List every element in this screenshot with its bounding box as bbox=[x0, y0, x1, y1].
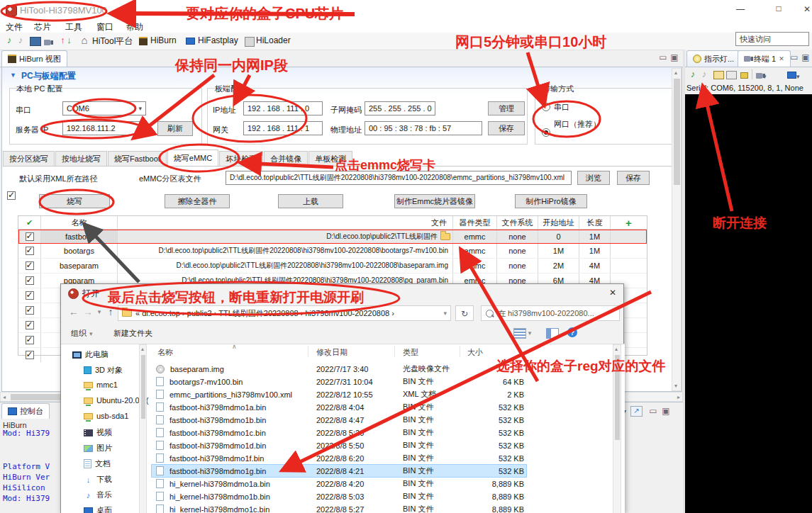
breadcrumb[interactable]: « dl.ecoo.top › public2 › TTL线刷固件2022080… bbox=[118, 305, 451, 321]
disconnect-icon[interactable]: ♪ bbox=[16, 35, 26, 45]
sidebar-item-usb-sda1[interactable]: usb-sda1 bbox=[84, 412, 128, 420]
sidebar-scrollbar[interactable]: ▴ bbox=[139, 344, 147, 513]
file-row[interactable]: fastboot-hi3798mdmo1a.bin2022/8/8 4:04BI… bbox=[152, 401, 611, 413]
toolbar-hiburn-label[interactable]: HiBurn bbox=[150, 35, 177, 45]
col-name[interactable]: 名称 bbox=[41, 216, 118, 229]
row-checkbox[interactable] bbox=[26, 336, 34, 344]
minimize-button[interactable]: — bbox=[732, 4, 749, 14]
close-button[interactable]: ✕ bbox=[799, 4, 812, 14]
add-row-icon[interactable]: + bbox=[611, 216, 647, 229]
tab-badblock-check[interactable]: 坏块检测 bbox=[219, 151, 263, 166]
row-checkbox[interactable] bbox=[26, 232, 34, 241]
server-ip-select[interactable]: 192.168.111.2 ▾ bbox=[62, 121, 146, 135]
tab-indicator-light[interactable]: 指示灯... bbox=[686, 50, 740, 67]
file-row[interactable]: hi_kernel-hi3798mdmo1b.bin2022/8/8 5:03B… bbox=[152, 490, 611, 502]
section-collapse-icon[interactable]: ▼ bbox=[10, 72, 16, 79]
row-checkbox[interactable] bbox=[26, 247, 34, 255]
view-vertical-scrollbar[interactable]: ▴ ▾ bbox=[672, 68, 682, 391]
refresh-icon[interactable]: ↻ bbox=[455, 305, 474, 321]
sidebar-item-mmc1[interactable]: mmc1 bbox=[84, 380, 118, 389]
col-start[interactable]: 开始地址 bbox=[538, 216, 579, 229]
view-mode-icon[interactable] bbox=[513, 328, 526, 339]
terminal-plug-dd-icon[interactable]: ▾ bbox=[756, 71, 767, 81]
help-icon[interactable]: ? bbox=[567, 327, 577, 337]
tab-hiburn-view[interactable]: HiBurn 视图 bbox=[1, 50, 67, 67]
back-icon[interactable]: ← bbox=[68, 306, 79, 317]
col-header-size[interactable]: 大小 bbox=[467, 347, 483, 358]
terminal-copy-icon[interactable] bbox=[726, 71, 737, 79]
file-row[interactable]: fastboot-hi3798mdmo1d.bin2022/8/8 5:50BI… bbox=[152, 439, 611, 451]
toolbar-hiloader-label[interactable]: HiLoader bbox=[256, 35, 291, 45]
hiloader-icon[interactable] bbox=[245, 37, 255, 47]
forward-icon[interactable]: → bbox=[82, 306, 94, 317]
download-arrow-icon[interactable]: ↓ bbox=[66, 35, 72, 45]
quick-access-input[interactable]: 快速访问 bbox=[735, 32, 809, 46]
serial-radio[interactable] bbox=[542, 103, 550, 111]
browse-button[interactable]: 浏览 bbox=[577, 171, 610, 185]
terminal-disconnect-icon[interactable]: ♪ bbox=[699, 69, 709, 79]
hifastplay-icon[interactable] bbox=[186, 37, 195, 47]
erase-all-button[interactable]: 擦除全器件 bbox=[165, 194, 230, 208]
file-row[interactable]: fastboot-hi3798mdmo1f.bin2022/8/8 6:20BI… bbox=[152, 452, 611, 464]
menu-file[interactable]: 文件 bbox=[6, 21, 23, 33]
new-folder-button[interactable]: 新建文件夹 bbox=[113, 328, 152, 339]
tab-burn-fastboot[interactable]: 烧写Fastboot bbox=[108, 151, 167, 166]
tab-burn-address[interactable]: 按地址烧写 bbox=[55, 151, 107, 166]
home-icon[interactable]: ⌂ bbox=[79, 34, 89, 46]
file-row[interactable]: fastboot-hi3798mdmo1c.bin2022/8/8 5:20BI… bbox=[152, 427, 611, 439]
upload-arrow-icon[interactable]: ↑ bbox=[60, 35, 66, 45]
make-hipro-image-button[interactable]: 制作HiPro镜像 bbox=[515, 194, 587, 208]
organize-menu[interactable]: 组织 ▾ bbox=[71, 328, 93, 339]
row-checkbox[interactable] bbox=[26, 351, 34, 359]
history-dropdown-icon[interactable]: ▾ bbox=[95, 308, 104, 315]
close-tab-icon[interactable]: ✕ bbox=[779, 55, 784, 62]
new-terminal-icon[interactable]: ▾ bbox=[787, 71, 800, 81]
row-checkbox[interactable] bbox=[26, 306, 34, 315]
view-mode-dd-icon[interactable]: ▾ bbox=[526, 329, 533, 337]
dialog-close-icon[interactable]: ✕ bbox=[606, 288, 620, 298]
terminal-connect-icon[interactable]: ♪ bbox=[688, 69, 698, 79]
row-checkbox[interactable] bbox=[26, 276, 34, 285]
file-row-selected[interactable]: fastboot-hi3798mdmo1g.bin2022/8/8 4:21BI… bbox=[152, 465, 526, 477]
lock-icon[interactable] bbox=[740, 72, 748, 79]
col-header-type[interactable]: 类型 bbox=[403, 347, 418, 358]
tab-merge-image[interactable]: 合并镜像 bbox=[264, 151, 308, 166]
view-minimize-icon[interactable]: ▭ bbox=[658, 52, 668, 62]
col-file[interactable]: 文件 bbox=[118, 216, 453, 229]
file-row[interactable]: emmc_partitions_hi3798mv100.xml2022/8/12… bbox=[152, 388, 611, 400]
plug-icon[interactable] bbox=[44, 38, 51, 47]
menu-window[interactable]: 窗口 bbox=[96, 21, 113, 33]
xml-save-button[interactable]: 保存 bbox=[617, 171, 650, 185]
file-row[interactable]: fastboot-hi3798mdmo1b.bin2022/8/8 4:47BI… bbox=[152, 414, 611, 426]
sidebar-item-pictures[interactable]: 图片 bbox=[84, 443, 112, 453]
console-export-icon[interactable]: ↗ bbox=[630, 406, 643, 417]
console-minimize-icon[interactable]: ▭ bbox=[648, 406, 658, 416]
tab-burn-partition[interactable]: 按分区烧写 bbox=[3, 151, 55, 166]
tab-burn-emmc[interactable]: 烧写eMMC bbox=[167, 150, 218, 166]
menu-tools[interactable]: 工具 bbox=[65, 21, 82, 33]
sidebar-item-music[interactable]: ♪音乐 bbox=[84, 490, 112, 500]
make-emmc-image-button[interactable]: 制作Emmc烧片器镜像 bbox=[394, 194, 475, 208]
preview-pane-icon[interactable] bbox=[546, 328, 559, 339]
file-row[interactable]: hi_kernel-hi3798mdmo1c.bin2022/8/8 5:27B… bbox=[152, 503, 611, 513]
mac-address-input[interactable]: 00 : 95 : 38 : 78 : fb : 57 bbox=[365, 121, 482, 135]
sidebar-item-documents[interactable]: 文档 bbox=[84, 458, 111, 469]
search-box[interactable]: 在 hi3798mv100-2022080... bbox=[481, 305, 620, 321]
manage-button[interactable]: 管理 bbox=[488, 101, 525, 115]
console-maximize-icon[interactable]: ▣ bbox=[661, 406, 671, 416]
board-save-button[interactable]: 保存 bbox=[488, 121, 525, 135]
toolbar-hifastplay-label[interactable]: HiFastplay bbox=[198, 35, 238, 45]
row-checkbox[interactable] bbox=[26, 291, 34, 300]
file-row[interactable]: hi_kernel-hi3798mdmo1a.bin2022/8/8 4:20B… bbox=[152, 478, 611, 490]
terminal-panel-min-icon[interactable]: ▭ bbox=[789, 52, 799, 62]
table-row[interactable]: baseparam D:\dl.ecoo.top\public2\TTL线刷固件… bbox=[18, 259, 647, 274]
terminal-panel-max-icon[interactable]: ▣ bbox=[801, 52, 811, 62]
table-row[interactable]: fastboot D:\dl.ecoo.top\public2\TTL线刷固件 … bbox=[18, 230, 647, 244]
sidebar-item-downloads[interactable]: ↓下载 bbox=[84, 474, 112, 485]
sidebar-item-desktop[interactable]: 桌面 bbox=[84, 505, 112, 513]
network-radio[interactable] bbox=[542, 128, 550, 137]
tab-console[interactable]: 控制台 bbox=[1, 403, 50, 419]
col-fs[interactable]: 文件系统 bbox=[497, 216, 538, 229]
breadcrumb-dd-icon[interactable]: ▾ bbox=[443, 310, 447, 317]
menu-chip[interactable]: 芯片 bbox=[34, 21, 51, 33]
